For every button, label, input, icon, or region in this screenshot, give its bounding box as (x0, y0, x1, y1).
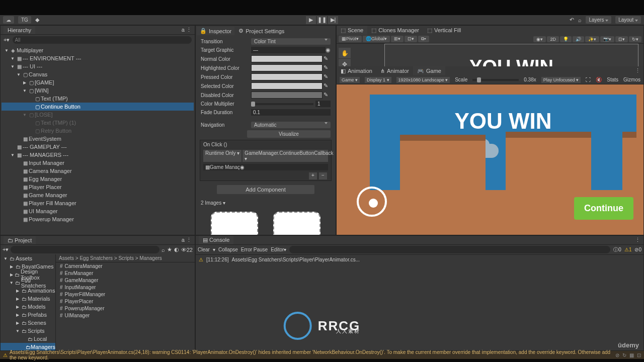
folder-item[interactable]: 🗀Local (1, 335, 55, 343)
gizmo-icon[interactable]: ◉▾ (533, 36, 546, 42)
transition-dropdown[interactable]: Color Tint (251, 38, 331, 45)
folder-item[interactable]: ▶🗀Prefabs (1, 311, 55, 319)
hierarchy-item[interactable]: ▦UI Manager (2, 207, 194, 215)
hierarchy-item[interactable]: ▦Powerup Manager (2, 215, 194, 223)
hierarchy-item[interactable]: ▢Text (TMP) (1) (2, 119, 194, 127)
magnet-icon[interactable]: ⧉▾ (418, 36, 429, 42)
hierarchy-search-input[interactable] (13, 36, 192, 44)
scene-viewport[interactable]: ✋ ✥ ↻ ⤢ ▭ ⊕ YOU WIN Continue (337, 44, 643, 66)
hierarchy-item[interactable]: ▦EventSystem (2, 135, 194, 143)
audio-icon[interactable]: 🔊 (573, 36, 584, 42)
console-search-input[interactable] (289, 246, 610, 253)
fullscreen-icon[interactable]: ⛶ (586, 77, 591, 82)
file-item[interactable]: #PlayerPlacer (56, 298, 195, 305)
search-icon[interactable]: ⌕ (578, 17, 582, 23)
inspector-tab[interactable]: 🔒 Inspector (197, 27, 234, 35)
event-object-field[interactable]: ▦ Game Manaç ◉ (203, 164, 328, 170)
status-icon[interactable]: ⊘ (615, 352, 619, 358)
visualize-button[interactable]: Visualize (247, 130, 331, 138)
event-add-button[interactable]: + (309, 172, 317, 179)
project-tab[interactable]: 🗀 Project (4, 236, 36, 244)
target-picker-icon[interactable]: ◉ (326, 47, 331, 53)
hand-tool[interactable]: ✋ (339, 48, 351, 59)
hierarchy-item[interactable]: ▢Retry Button (2, 127, 194, 135)
file-item[interactable]: #EnvManager (56, 269, 195, 277)
eyedrop-icon[interactable]: ✎ (324, 92, 331, 99)
folder-item[interactable]: ▶🗀Scenes (1, 319, 55, 327)
scene-root[interactable]: ▼◈Multiplayer (2, 46, 194, 54)
filter-icon[interactable]: ⌕ (162, 247, 165, 253)
hierarchy-item[interactable]: ▼▢[LOSE] (2, 111, 194, 119)
error-pause-button[interactable]: Error Pause (241, 247, 268, 252)
undo-icon[interactable]: ↶ (570, 17, 574, 23)
breadcrumb[interactable]: Assets > Egg Snatchers > Scripts > Manag… (56, 254, 195, 262)
console-menu[interactable]: ⋮ (635, 237, 640, 243)
pivot-dropdown[interactable]: ▦Pivot▾ (339, 36, 362, 42)
canvas-rect[interactable]: YOU WIN Continue (384, 44, 638, 66)
layers-dropdown[interactable]: Layers (586, 16, 611, 24)
hierarchy-item[interactable]: ▼▦--- MANAGERS --- (2, 151, 194, 159)
hierarchy-tree[interactable]: ▼◈Multiplayer▼▦--- ENVIRONEMENT ---▼▦---… (1, 45, 195, 235)
hierarchy-item[interactable]: ▢Text (TMP) (2, 95, 194, 103)
hierarchy-item[interactable]: ▼▢Canvas (2, 70, 194, 78)
fade-duration-input[interactable] (251, 109, 331, 116)
status-icon[interactable]: ⊡ (637, 352, 641, 358)
hierarchy-item[interactable]: ▶▢[GAME] (2, 78, 194, 86)
color-mult-input[interactable] (315, 101, 331, 107)
eyedrop-icon[interactable]: ✎ (324, 55, 331, 62)
animator-tab[interactable]: ⋔ Animator (376, 66, 413, 75)
navigation-dropdown[interactable]: Automatic (251, 122, 331, 128)
hierarchy-item[interactable]: ▦Game Manager (2, 191, 194, 199)
clones-tab[interactable]: ⬚ Clones Manager (367, 26, 423, 35)
folder-item[interactable]: ▶🗀Materials (1, 295, 55, 303)
color-mult-slider[interactable] (251, 103, 313, 105)
file-item[interactable]: #CameraManager (56, 262, 195, 269)
hierarchy-add-button[interactable]: +▾ (4, 37, 10, 43)
disabled-color-swatch[interactable] (251, 92, 323, 99)
snap-icon[interactable]: ⊡▾ (405, 36, 417, 42)
gizmos-icon[interactable]: ⊡▾ (615, 36, 628, 42)
hierarchy-item[interactable]: ▼▦--- UI --- (2, 62, 194, 70)
eyedrop-icon[interactable]: ✎ (324, 82, 331, 89)
selected-color-swatch[interactable] (251, 82, 323, 89)
cloud-button[interactable]: ☁ (3, 16, 14, 24)
file-item[interactable]: #PowerupManager (56, 305, 195, 312)
folder-item[interactable]: ▶🗀Models (1, 303, 55, 311)
animation-tab[interactable]: ◧ Animation (337, 66, 376, 75)
folder-item[interactable]: ▼🗀Assets (1, 254, 55, 262)
eyedrop-icon[interactable]: ✎ (324, 73, 331, 80)
hierarchy-item[interactable]: ▢Continue Button (2, 103, 194, 111)
play-button[interactable]: ▶ (306, 16, 316, 24)
game-menu-icon[interactable]: ⋮ (632, 66, 643, 75)
file-item[interactable]: #GameManager (56, 277, 195, 284)
camera-icon[interactable]: 📷▾ (600, 36, 614, 42)
hierarchy-tab[interactable]: Hierarchy (4, 26, 35, 34)
runtime-dropdown[interactable]: Runtime Only ▾ (203, 150, 242, 162)
mute-icon[interactable]: 🔇 (596, 77, 602, 82)
error-filter[interactable]: ⊘0 (634, 247, 641, 252)
info-filter[interactable]: ⓘ0 (613, 246, 621, 253)
project-add-button[interactable]: +▾ (3, 246, 9, 253)
hierarchy-item[interactable]: ▦Input Manager (2, 159, 194, 167)
hierarchy-item[interactable]: ▦Player Placer (2, 183, 194, 191)
file-item[interactable]: #InputManager (56, 284, 195, 291)
images-foldout[interactable]: 2 Images ▾ (201, 200, 331, 206)
callback-dropdown[interactable]: GameManager.ContinueButtonCallback ▾ (243, 150, 328, 162)
collapse-button[interactable]: Collapse (218, 247, 238, 252)
file-item[interactable]: #PlayerFillManager (56, 291, 195, 298)
folder-item[interactable]: ▼🗀Egg Snatchers (1, 279, 55, 287)
move-tool[interactable]: ✥ (339, 59, 351, 66)
project-settings-tab[interactable]: ⚙ Project Settings (235, 27, 287, 35)
play-focused-dropdown[interactable]: Play Unfocused ▾ (541, 77, 581, 83)
hierarchy-item[interactable]: ▦--- GAMEPLAY --- (2, 143, 194, 151)
stats-button[interactable]: Stats (607, 77, 618, 82)
retry-thumb[interactable] (211, 212, 258, 235)
folder-item[interactable]: ▶🗀Animations (1, 287, 55, 295)
game-tab[interactable]: 🎮 Game (413, 66, 445, 75)
fav-icon[interactable]: ★ (167, 246, 172, 253)
hierarchy-item[interactable]: ▼▦--- ENVIRONEMENT --- (2, 54, 194, 62)
light-icon[interactable]: 💡 (560, 36, 572, 42)
add-component-button[interactable]: Add Component (217, 185, 314, 194)
highlighted-color-swatch[interactable] (251, 64, 323, 71)
console-message[interactable]: ⚠ [11:12:26] Assets\Egg Snatchers\Script… (197, 256, 642, 263)
